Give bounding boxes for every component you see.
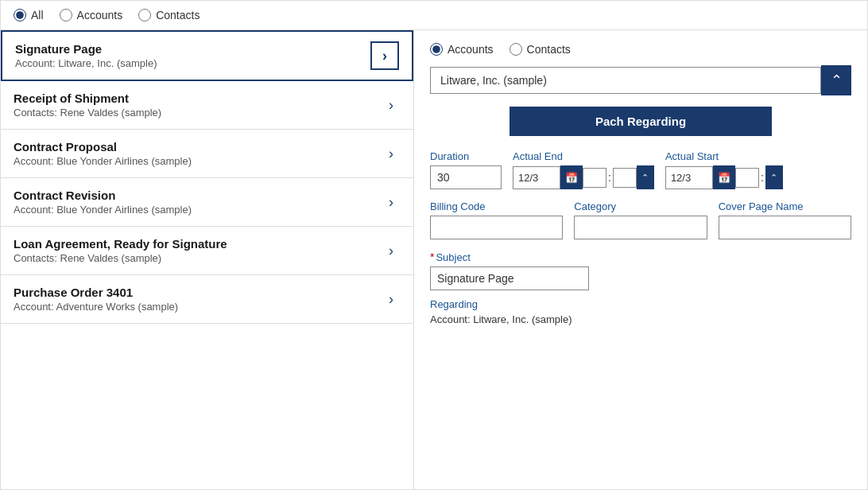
radio-accounts-label: Accounts (77, 9, 123, 21)
actual-start-time-dropdown-btn[interactable]: ⌃ (765, 165, 783, 189)
duration-label: Duration (430, 150, 502, 162)
actual-start-colon: : (759, 171, 765, 184)
right-radio-accounts-label: Accounts (448, 43, 494, 56)
radio-contacts-label: Contacts (156, 9, 200, 21)
list-item-1-subtitle: Contacts: Rene Valdes (sample) (14, 107, 161, 119)
actual-end-date-input[interactable] (513, 166, 560, 189)
list-item-4-content: Loan Agreement, Ready for Signature Cont… (14, 237, 227, 264)
list-item-5[interactable]: Purchase Order 3401 Account: Adventure W… (1, 275, 413, 324)
list-item-3-chevron[interactable]: › (382, 188, 401, 216)
actual-start-label: Actual Start (665, 150, 783, 162)
duration-input[interactable] (430, 165, 502, 189)
list-item-0-content: Signature Page Account: Litware, Inc. (s… (15, 42, 157, 69)
list-item-1-content: Receipt of Shipment Contacts: Rene Valde… (14, 91, 161, 119)
list-item-5-content: Purchase Order 3401 Account: Adventure W… (14, 286, 178, 313)
subject-input[interactable] (430, 266, 589, 290)
subject-required-star: * (430, 251, 434, 263)
list-item-4-subtitle: Contacts: Rene Valdes (sample) (14, 252, 227, 264)
list-item-0-chevron[interactable]: › (370, 41, 399, 70)
list-item-2[interactable]: Contract Proposal Account: Blue Yonder A… (1, 130, 413, 178)
right-radio-bar: Accounts Contacts (430, 43, 851, 56)
subject-section: * Subject (430, 251, 851, 290)
content-area: Signature Page Account: Litware, Inc. (s… (1, 30, 867, 489)
actual-end-min-input[interactable] (613, 168, 637, 188)
actual-start-date-input[interactable] (665, 166, 713, 189)
account-dropdown[interactable]: Litware, Inc. (sample) (430, 67, 821, 94)
form-group-actual-end: Actual End 📅 : ⌃ (513, 150, 654, 189)
list-item-4-chevron[interactable]: › (382, 236, 401, 265)
regarding-value: Account: Litware, Inc. (sample) (430, 313, 851, 325)
billing-code-input[interactable] (430, 216, 563, 239)
list-item-3[interactable]: Contract Revision Account: Blue Yonder A… (1, 178, 413, 227)
form-row-2: Billing Code Category Cover Page Name (430, 200, 851, 239)
top-radio-bar: All Accounts Contacts (1, 1, 867, 30)
list-item-0-title: Signature Page (15, 42, 157, 56)
left-panel: Signature Page Account: Litware, Inc. (s… (1, 30, 414, 489)
cover-page-name-input[interactable] (719, 216, 851, 239)
list-item-2-chevron[interactable]: › (382, 139, 401, 168)
form-group-billing-code: Billing Code (430, 200, 563, 239)
list-item-5-chevron[interactable]: › (382, 285, 401, 313)
radio-accounts[interactable]: Accounts (60, 9, 123, 21)
billing-code-label: Billing Code (430, 200, 563, 212)
list-item-0-subtitle: Account: Litware, Inc. (sample) (15, 57, 157, 69)
actual-end-colon: : (606, 171, 613, 184)
category-label: Category (574, 200, 707, 212)
subject-label: Subject (436, 251, 470, 263)
actual-end-calendar-btn[interactable]: 📅 (560, 165, 583, 189)
radio-contacts[interactable]: Contacts (138, 9, 200, 21)
form-group-actual-start: Actual Start 📅 : ⌃ (665, 150, 783, 189)
category-input[interactable] (574, 216, 707, 239)
actual-end-hour-input[interactable] (583, 168, 606, 188)
dropdown-row: Litware, Inc. (sample) ⌃ (430, 65, 851, 95)
list-item-3-title: Contract Revision (14, 189, 192, 202)
right-radio-contacts[interactable]: Contacts (510, 43, 571, 56)
cover-page-name-label: Cover Page Name (719, 200, 851, 212)
list-item-1-title: Receipt of Shipment (14, 91, 161, 105)
right-panel: Accounts Contacts Litware, Inc. (sample)… (414, 30, 867, 489)
radio-all[interactable]: All (14, 9, 44, 21)
actual-end-label: Actual End (513, 150, 654, 162)
actual-end-date-group: 📅 : ⌃ (513, 165, 654, 189)
list-item-2-subtitle: Account: Blue Yonder Airlines (sample) (14, 155, 192, 167)
radio-all-label: All (31, 9, 44, 21)
form-group-cover-page-name: Cover Page Name (719, 200, 851, 239)
form-group-category: Category (574, 200, 707, 239)
regarding-label: Regarding (430, 298, 851, 310)
actual-start-hour-input[interactable] (735, 168, 759, 188)
list-item-3-content: Contract Revision Account: Blue Yonder A… (14, 189, 192, 216)
list-item-3-subtitle: Account: Blue Yonder Airlines (sample) (14, 204, 192, 216)
list-item-2-title: Contract Proposal (14, 140, 192, 154)
right-radio-contacts-label: Contacts (527, 43, 571, 56)
list-item-4-title: Loan Agreement, Ready for Signature (14, 237, 227, 251)
actual-start-date-group: 📅 : ⌃ (665, 165, 783, 189)
patch-regarding-button[interactable]: Pach Regarding (510, 107, 772, 136)
subject-label-row: * Subject (430, 251, 851, 263)
list-item-1[interactable]: Receipt of Shipment Contacts: Rene Valde… (1, 81, 413, 130)
list-item-2-content: Contract Proposal Account: Blue Yonder A… (14, 140, 192, 167)
list-item-5-title: Purchase Order 3401 (14, 286, 178, 299)
dropdown-chevron-btn[interactable]: ⌃ (821, 65, 851, 95)
main-container: All Accounts Contacts Signature Page Acc… (0, 0, 868, 490)
right-radio-accounts[interactable]: Accounts (430, 43, 494, 56)
actual-end-time-dropdown-btn[interactable]: ⌃ (637, 165, 654, 189)
list-item-5-subtitle: Account: Adventure Works (sample) (14, 301, 178, 313)
list-item-0[interactable]: Signature Page Account: Litware, Inc. (s… (1, 30, 413, 81)
form-group-duration: Duration (430, 150, 502, 189)
list-item-4[interactable]: Loan Agreement, Ready for Signature Cont… (1, 227, 413, 275)
regarding-section: Regarding Account: Litware, Inc. (sample… (430, 298, 851, 325)
actual-start-calendar-btn[interactable]: 📅 (713, 165, 735, 189)
list-item-1-chevron[interactable]: › (382, 91, 401, 119)
form-row-1: Duration Actual End 📅 : ⌃ Actual St (430, 150, 851, 189)
